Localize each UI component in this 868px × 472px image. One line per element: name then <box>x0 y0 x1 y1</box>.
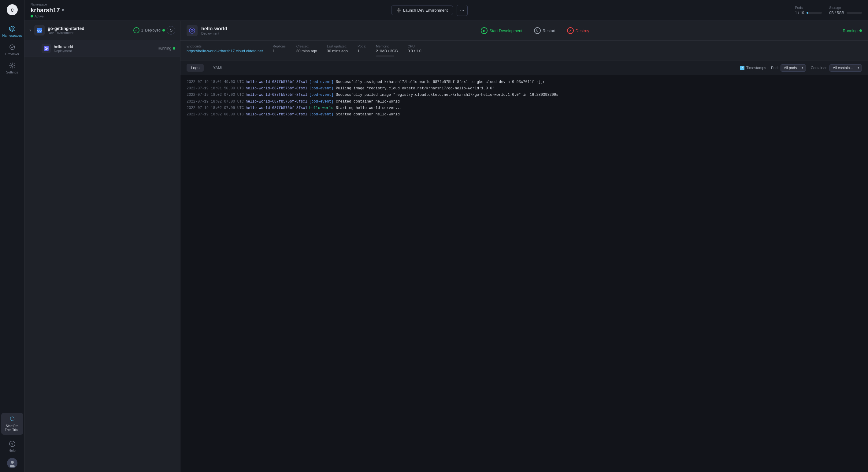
restart-button[interactable]: ↻ Restart <box>530 25 560 36</box>
app-info: go-getting-started Dev Environment <box>48 26 130 35</box>
log-timestamp: 2022-07-19 18:01:49.00 UTC <box>187 79 244 85</box>
app-logo[interactable]: C <box>6 4 18 16</box>
deployment-name-section: hello-world Deployment <box>201 26 227 35</box>
log-timestamp: 2022-07-19 18:02:07.99 UTC <box>187 105 244 111</box>
storage-resource-label: Storage <box>829 6 862 9</box>
pods-metric-value: 1 <box>358 49 366 53</box>
pro-trial-line2: Free Trial! <box>3 428 22 432</box>
log-timestamp: 2022-07-19 18:02:07.00 UTC <box>187 92 244 98</box>
sidebar-item-previews[interactable]: Previews <box>0 40 24 59</box>
log-tag: [pod-event] <box>309 92 333 98</box>
container-select[interactable]: All contain... <box>830 64 862 71</box>
logs-filters: ✓ Timestamps Pod: All pods <box>740 64 862 71</box>
memory-bar <box>376 55 394 57</box>
app-row-chevron-icon: ▾ <box>29 28 31 32</box>
svg-point-14 <box>46 48 47 49</box>
sub-app-status-dot <box>173 47 175 50</box>
log-tag: [pod-event] <box>309 112 333 118</box>
metric-replicas: Replicas: 1 <box>273 45 286 53</box>
log-pod: hello-world-687fb575bf-8fsxl <box>246 112 307 118</box>
metrics-bar: Endpoints: https://hello-world-krharsh17… <box>181 41 868 61</box>
log-line: 2022-07-19 18:02:07.00 UTC hello-world-6… <box>187 92 862 98</box>
metric-last-updated: Last updated: 30 mins ago <box>327 45 348 53</box>
storage-resource-row: 0B / 5GB <box>829 11 862 15</box>
log-line: 2022-07-19 18:01:50.00 UTC hello-world-6… <box>187 86 862 91</box>
pod-filter: Pod: All pods <box>771 64 806 71</box>
sub-app-name: hello-world <box>54 45 154 49</box>
svg-point-4 <box>10 45 15 50</box>
namespace-chevron-icon: ▾ <box>62 8 64 12</box>
launch-dev-environment-button[interactable]: ➕ Launch Dev Environment <box>391 5 453 15</box>
app-status: ✓ 1 Deployed ↻ <box>133 26 175 35</box>
pod-select[interactable]: All pods <box>780 64 806 71</box>
app-refresh-button[interactable]: ↻ <box>167 26 175 35</box>
plus-icon: ➕ <box>396 8 401 12</box>
avatar[interactable] <box>7 458 18 468</box>
created-value: 30 mins ago <box>297 49 317 53</box>
namespace-name[interactable]: krharsh17 ▾ <box>31 7 64 14</box>
svg-point-17 <box>192 30 193 31</box>
log-pod: hello-world-687fb575bf-8fsxl <box>246 86 307 91</box>
deployment-type: Deployment <box>201 32 227 35</box>
log-timestamp: 2022-07-19 18:01:50.00 UTC <box>187 86 244 91</box>
container-filter: Container: All contain... <box>811 64 862 71</box>
metric-endpoints: Endpoints: https://hello-world-krharsh17… <box>187 45 263 53</box>
sidebar-item-previews-label: Previews <box>5 52 19 56</box>
start-icon: ▶ <box>481 27 488 34</box>
svg-text:GO: GO <box>37 29 41 32</box>
svg-text:C: C <box>10 8 13 12</box>
replicas-value: 1 <box>273 49 286 53</box>
sub-app-row-hello-world[interactable]: hello-world Deployment Running <box>25 40 180 57</box>
tab-yaml[interactable]: YAML <box>209 64 227 71</box>
container-filter-label: Container: <box>811 66 828 70</box>
launch-btn-label: Launch Dev Environment <box>403 8 448 12</box>
sidebar-item-namespaces[interactable]: Namespaces <box>0 22 24 40</box>
log-message: Started container hello-world <box>336 112 862 118</box>
pro-trial-icon: ⬡ <box>3 415 22 422</box>
app-status-dot <box>162 29 165 32</box>
log-line: 2022-07-19 18:01:49.00 UTC hello-world-6… <box>187 79 862 85</box>
pro-trial-box[interactable]: ⬡ Start Pro Free Trial! <box>1 413 23 435</box>
pods-bar-fill <box>807 12 808 14</box>
app-check-count: 1 <box>141 28 144 32</box>
memory-value: 2.1MB / 3GB <box>376 49 398 53</box>
right-panel: hello-world Deployment ▶ Start Developme… <box>181 21 868 472</box>
main-area: Namespace krharsh17 ▾ Active ➕ Launch De… <box>25 0 868 472</box>
log-tag: hello-world <box>309 105 333 111</box>
sidebar-item-help[interactable]: ? Help <box>0 437 24 455</box>
sub-app-status: Running <box>157 46 175 51</box>
log-pod: hello-world-687fb575bf-8fsxl <box>246 92 307 98</box>
sidebar-item-settings[interactable]: Settings <box>0 59 24 77</box>
more-options-button[interactable]: ··· <box>457 5 468 16</box>
tab-logs[interactable]: Logs <box>187 64 204 71</box>
start-development-button[interactable]: ▶ Start Development <box>476 25 527 36</box>
app-row-go-getting-started[interactable]: ▾ GO go-getting-started Dev Environment … <box>25 21 180 40</box>
check-icon: ✓ <box>133 27 140 33</box>
app-type: Dev Environment <box>48 31 130 35</box>
sub-app-icon <box>41 44 51 53</box>
destroy-button[interactable]: ✕ Destroy <box>563 25 594 36</box>
deployment-header: hello-world Deployment ▶ Start Developme… <box>181 21 868 41</box>
active-dot-icon <box>31 15 33 18</box>
metric-created: Created: 30 mins ago <box>297 45 317 53</box>
container-select-wrapper: All contain... <box>830 64 862 71</box>
namespace-section: Namespace krharsh17 ▾ Active <box>31 3 64 18</box>
endpoints-value: https://hello-world-krharsh17.cloud.okte… <box>187 49 263 53</box>
sidebar-bottom: ⬡ Start Pro Free Trial! ? Help <box>0 413 24 468</box>
svg-point-9 <box>10 465 15 467</box>
left-panel: ▾ GO go-getting-started Dev Environment … <box>25 21 181 472</box>
storage-resource-value: 0B / 5GB <box>829 11 844 15</box>
log-message: Successfully assigned krharsh17/hello-wo… <box>336 79 862 85</box>
pods-metric-label: Pods: <box>358 45 366 48</box>
sidebar-item-settings-label: Settings <box>6 70 18 74</box>
endpoint-link[interactable]: https://hello-world-krharsh17.cloud.okte… <box>187 49 263 53</box>
logs-content: 2022-07-19 18:01:49.00 UTC hello-world-6… <box>181 75 868 472</box>
cpu-label: CPU: <box>408 45 422 48</box>
log-pod: hello-world-687fb575bf-8fsxl <box>246 105 307 111</box>
log-message: Successfully pulled image "registry.clou… <box>336 92 862 98</box>
start-btn-label: Start Development <box>489 28 522 33</box>
pod-filter-label: Pod: <box>771 66 779 70</box>
storage-resource: Storage 0B / 5GB <box>829 6 862 15</box>
timestamps-checkbox: ✓ <box>740 66 744 70</box>
timestamps-checkbox-label[interactable]: ✓ Timestamps <box>740 66 766 70</box>
